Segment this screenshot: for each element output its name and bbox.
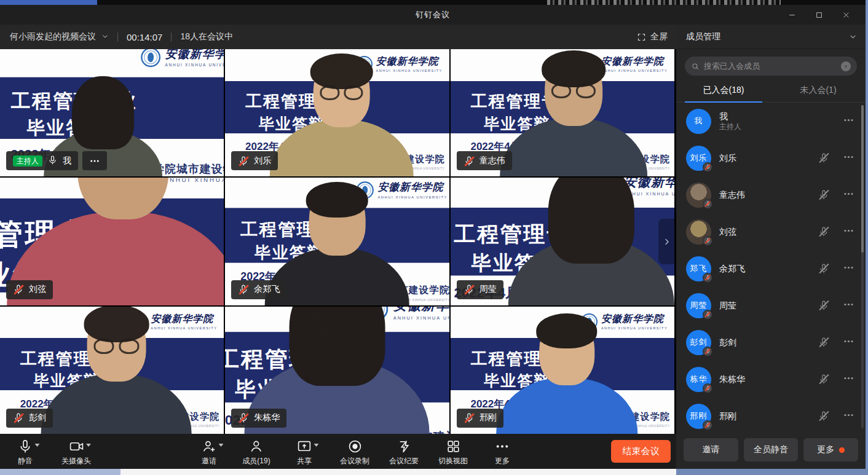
minimize-button[interactable] <box>778 5 805 25</box>
member-tabs: 已入会(18)未入会(1) <box>676 78 866 103</box>
video-tile-余郑飞[interactable]: 安徽新华学院ANHUI XINHUA UNIVERSITY工程管理专业毕业答辩2… <box>225 178 449 305</box>
background-top-strip <box>0 0 868 5</box>
end-meeting-button[interactable]: 结束会议 <box>611 440 671 463</box>
member-mic-muted-icon[interactable] <box>818 410 829 422</box>
member-search-box[interactable] <box>685 57 857 76</box>
panel-header: 成员管理 <box>676 25 866 49</box>
tile-name-label: 童志伟 <box>457 151 512 170</box>
toolbar-person[interactable]: 成员(19) <box>242 438 270 466</box>
video-tile-邢刚[interactable]: 安徽新华学院ANHUI XINHUA UNIVERSITY工程管理专业毕业答辩2… <box>451 307 674 434</box>
toolbar-more-dots[interactable]: 更多 <box>495 438 510 466</box>
member-more-button[interactable] <box>843 114 854 128</box>
caret-down-icon[interactable] <box>219 444 224 447</box>
toolbar-mic[interactable]: 静音 <box>18 438 33 466</box>
member-row-我[interactable]: 我我主持人 <box>676 103 866 139</box>
participant-silhouette <box>500 55 647 176</box>
member-more-button[interactable] <box>843 409 854 423</box>
member-name: 刘弦 <box>719 226 736 237</box>
search-icon <box>691 62 700 71</box>
toolbar-camera[interactable]: 关摄像头 <box>61 438 91 466</box>
meeting-title-dropdown[interactable]: 何小雨发起的视频会议 <box>10 31 109 42</box>
scrollbar-thumb[interactable] <box>861 105 864 253</box>
fullscreen-button[interactable]: 全屏 <box>637 31 668 42</box>
member-mic-muted-icon[interactable] <box>818 189 829 200</box>
tile-more-button[interactable] <box>82 151 107 170</box>
video-tile-周莹[interactable]: 安徽新华学院ANHUI XINHUA UNIVERSITY工程管理专业毕业答辩2… <box>451 178 674 305</box>
member-more-button[interactable] <box>843 151 854 165</box>
toolbar-flash-notes[interactable]: 会议纪要 <box>389 438 419 466</box>
avatar: 栋华 <box>686 367 711 392</box>
member-mic-muted-icon[interactable] <box>818 300 829 311</box>
member-row-刘乐[interactable]: 刘乐刘乐 <box>676 139 866 176</box>
member-more-button[interactable] <box>843 188 854 202</box>
video-tile-我[interactable]: 安徽新华学院ANHUI XINHUA UNIVERSITY工程管理专业毕业答辩2… <box>0 49 224 176</box>
university-logo: 安徽新华学院ANHUI XINHUA UNIVERSITY <box>141 49 224 68</box>
video-tile-刘乐[interactable]: 安徽新华学院ANHUI XINHUA UNIVERSITY工程管理专业毕业答辩2… <box>225 49 449 176</box>
member-more-button[interactable] <box>843 262 854 276</box>
fullscreen-icon <box>637 33 646 42</box>
member-mic-muted-icon[interactable] <box>818 263 829 274</box>
meeting-title: 何小雨发起的视频会议 <box>10 31 96 42</box>
background-segment <box>120 469 676 475</box>
glasses-icon <box>315 85 368 100</box>
toolbar-share-screen[interactable]: 共享 <box>297 438 312 466</box>
member-mic-muted-icon[interactable] <box>818 374 829 385</box>
search-input[interactable] <box>704 61 837 71</box>
sidebar-button-邀请[interactable]: 邀请 <box>684 438 738 461</box>
caret-down-icon[interactable] <box>35 444 40 447</box>
member-row-邢刚[interactable]: 邢刚邢刚 <box>676 398 866 431</box>
member-list: 我我主持人刘乐刘乐童志伟刘弦郑飞余郑飞周莹周莹彭剑彭剑栋华朱栋华邢刚邢刚 <box>676 103 866 431</box>
member-name: 彭剑 <box>719 337 736 348</box>
video-tile-童志伟[interactable]: 安徽新华学院ANHUI XINHUA UNIVERSITY工程管理专业毕业答辩2… <box>451 49 674 176</box>
name-label-box: 刘乐 <box>231 151 278 170</box>
mic-muted-icon <box>13 284 24 295</box>
dingtalk-meeting-window: 钉钉会议 何小雨发起的视频会议 00:14:07 18人在会议中 <box>0 0 868 475</box>
sidebar-button-全员静音[interactable]: 全员静音 <box>744 438 799 461</box>
sidebar-button-更多[interactable]: 更多 <box>803 438 858 461</box>
collapse-chevron-icon[interactable] <box>849 33 857 41</box>
avatar-photo <box>686 183 711 208</box>
tile-name-label: 主持人我 <box>6 151 107 170</box>
silhouette-hair <box>310 53 373 89</box>
member-more-button[interactable] <box>843 225 854 239</box>
video-tile-彭剑[interactable]: 安徽新华学院ANHUI XINHUA UNIVERSITY工程管理专业毕业答辩2… <box>0 307 224 434</box>
member-row-刘弦[interactable]: 刘弦 <box>676 213 866 250</box>
toolbar-grid-view[interactable]: 切换视图 <box>438 438 468 466</box>
tab-已入会(18)[interactable]: 已入会(18) <box>676 78 771 102</box>
meeting-info-bar: 何小雨发起的视频会议 00:14:07 18人在会议中 全屏 <box>0 25 676 49</box>
mic-muted-icon <box>13 412 24 423</box>
member-row-童志伟[interactable]: 童志伟 <box>676 176 866 213</box>
member-row-彭剑[interactable]: 彭剑彭剑 <box>676 324 866 361</box>
member-more-button[interactable] <box>843 336 854 350</box>
member-row-朱栋华[interactable]: 栋华朱栋华 <box>676 361 866 398</box>
member-name-text: 周莹 <box>719 300 736 311</box>
university-logo-text: 安徽新华学院ANHUI XINHUA UNIVERSITY <box>165 49 224 68</box>
member-row-actions <box>818 299 854 313</box>
toolbar-record[interactable]: 会议录制 <box>340 438 369 466</box>
participant-name: 朱栋华 <box>254 412 280 423</box>
video-tile-朱栋华[interactable]: 安徽新华学院ANHUI XINHUA UNIVERSITY工程管理专业毕业答辩2… <box>225 307 449 434</box>
member-mic-muted-icon[interactable] <box>818 152 829 163</box>
member-more-button[interactable] <box>843 372 854 387</box>
member-row-周莹[interactable]: 周莹周莹 <box>676 287 866 324</box>
member-mic-muted-icon[interactable] <box>818 226 829 237</box>
toolbar-label: 更多 <box>495 456 510 466</box>
member-more-button[interactable] <box>843 299 854 313</box>
silhouette-head <box>309 187 365 256</box>
member-row-余郑飞[interactable]: 郑飞余郑飞 <box>676 250 866 287</box>
silhouette-hair <box>84 307 149 342</box>
silhouette-hair <box>306 182 368 218</box>
close-button[interactable] <box>832 5 859 25</box>
next-participants-button[interactable] <box>658 219 674 264</box>
caret-down-icon[interactable] <box>86 444 91 447</box>
fullscreen-label: 全屏 <box>650 31 668 42</box>
toolbar-person-add[interactable]: 邀请 <box>202 438 217 466</box>
clear-search-button[interactable] <box>841 61 851 71</box>
avatar-muted-badge-icon <box>703 273 712 283</box>
member-mic-muted-icon[interactable] <box>818 337 829 348</box>
glasses-icon <box>547 84 600 98</box>
caret-down-icon[interactable] <box>314 444 319 447</box>
video-tile-刘弦[interactable]: 安徽新华学院ANHUI XINHUA UNIVERSITY工程管理专业毕业答辩2… <box>0 178 224 305</box>
maximize-button[interactable] <box>805 5 832 25</box>
tab-未入会(1)[interactable]: 未入会(1) <box>771 78 866 102</box>
